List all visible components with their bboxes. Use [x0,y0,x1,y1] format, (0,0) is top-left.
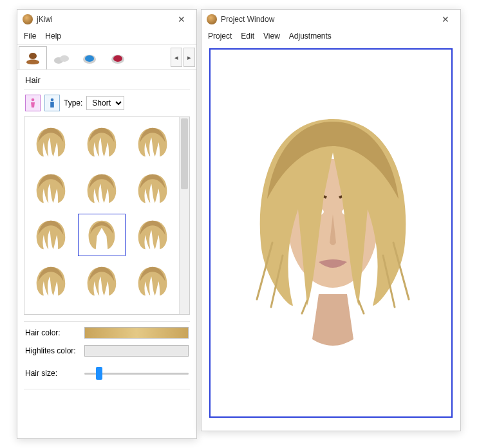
tab-scroll-left[interactable]: ◂ [171,48,182,67]
tab-lipstick[interactable] [104,46,132,70]
hair-thumb-icon [135,126,171,159]
tabstrip: ◂ ▸ [17,44,196,70]
divider [24,389,190,389]
hair-thumb-icon [135,218,171,252]
hair-gallery [24,117,190,315]
hair-thumb[interactable] [128,167,176,210]
hair-thumb[interactable] [27,121,75,163]
hair-thumb[interactable] [78,121,126,163]
window-title: Project Window [221,15,436,24]
menubar: Project Edit View Adjustments [202,29,460,44]
hair-thumb-icon [135,265,171,298]
hair-thumb[interactable] [27,214,75,256]
titlebar[interactable]: jKiwi ✕ [17,10,196,29]
gallery-viewport [24,117,179,314]
close-icon[interactable]: ✕ [172,10,191,29]
titlebar[interactable]: Project Window ✕ [202,10,460,29]
slider-handle[interactable] [96,367,102,380]
gender-type-row: Type: Short [17,89,196,117]
tab-scroll-right[interactable]: ▸ [183,48,195,67]
hair-thumb[interactable] [128,214,176,256]
tab-hair[interactable] [19,46,47,70]
gender-male-button[interactable] [44,95,60,111]
svg-rect-9 [50,102,54,107]
tab-eyeshadow[interactable] [75,46,104,70]
hair-thumb-icon [33,218,69,252]
menu-project[interactable]: Project [208,32,232,41]
hair-color-row: Hair color: [17,322,196,340]
highlights-row: Highlites color: [17,340,196,358]
svg-point-8 [51,98,54,102]
hair-thumb[interactable] [27,167,75,210]
male-icon [48,98,56,108]
hair-bun-icon [24,51,42,65]
highlights-swatch[interactable] [84,345,189,357]
menu-edit[interactable]: Edit [241,32,254,41]
menubar: File Help [17,29,196,44]
menu-view[interactable]: View [263,32,280,41]
scrollbar-thumb[interactable] [181,118,188,189]
eyeshadow-icon [80,51,99,65]
hair-thumb[interactable] [78,214,126,256]
menu-help[interactable]: Help [45,32,61,41]
window-title: jKiwi [37,15,172,24]
hair-thumb-icon [135,172,171,205]
hair-thumb-icon [84,218,120,252]
svg-point-2 [60,55,69,62]
app-icon [23,14,33,24]
hair-size-label: Hair size: [25,369,80,378]
female-icon [29,98,37,108]
gender-female-button[interactable] [25,95,41,111]
hair-thumb-icon [84,172,120,205]
project-canvas[interactable] [209,48,453,418]
hair-thumb-icon [84,265,120,298]
hair-color-swatch[interactable] [84,327,189,339]
hair-thumb[interactable] [128,121,176,163]
menu-adjustments[interactable]: Adjustments [289,32,332,41]
gallery-scrollbar[interactable] [179,117,189,314]
hair-thumb-icon [33,172,69,205]
hair-thumb[interactable] [27,260,75,303]
jkiwi-window: jKiwi ✕ File Help [17,9,197,439]
type-label: Type: [64,98,82,107]
app-icon [207,14,217,24]
section-label: Hair [17,70,196,89]
menu-file[interactable]: File [24,32,36,41]
hair-color-label: Hair color: [25,328,80,337]
svg-point-7 [32,98,35,102]
lipstick-icon [109,51,127,65]
hair-thumb-icon [84,126,120,159]
jars-icon [52,51,70,65]
model-preview [211,50,453,410]
close-icon[interactable]: ✕ [436,10,455,29]
tab-foundation[interactable] [47,46,75,70]
type-select[interactable]: Short [86,96,124,110]
hair-thumb-icon [33,126,69,159]
hair-thumb-icon [33,265,69,298]
highlights-label: Highlites color: [25,346,80,355]
hair-thumb[interactable] [78,167,126,210]
svg-point-0 [29,53,37,59]
hair-thumb[interactable] [78,260,126,303]
hair-size-slider[interactable] [84,367,189,380]
hair-size-row: Hair size: [17,358,196,381]
hair-thumb[interactable] [128,260,176,303]
svg-point-6 [113,55,122,62]
svg-point-4 [85,55,94,62]
project-window: Project Window ✕ Project Edit View Adjus… [201,9,461,431]
